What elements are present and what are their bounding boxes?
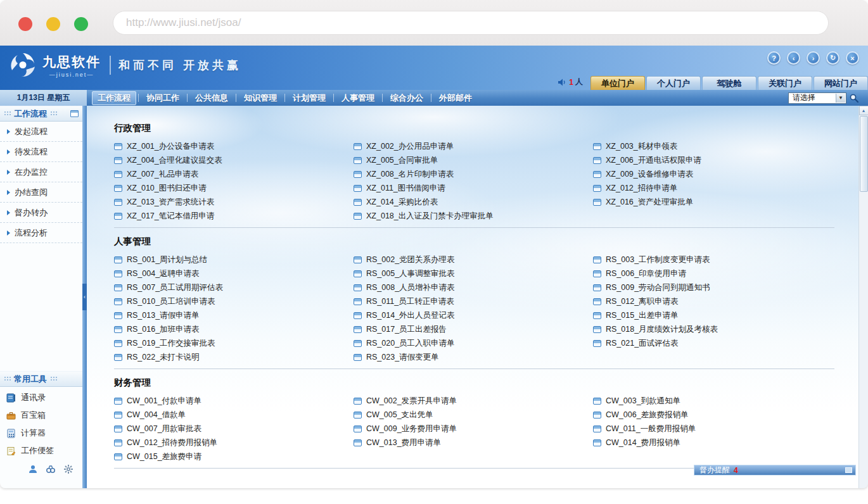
portal-tab[interactable]: 单位门户 [590,76,645,90]
nav-item[interactable]: 综合办公 [385,91,429,105]
nav-item[interactable]: 计划管理 [287,91,331,105]
form-link[interactable]: XZ_016_资产处理审批单 [593,197,847,208]
form-link[interactable]: CW_007_用款审批表 [114,424,354,434]
form-link[interactable]: RS_003_工作制度变更申请表 [593,255,847,265]
form-link[interactable]: XZ_002_办公用品申请单 [354,141,593,152]
sidebar-item[interactable]: 发起流程 [0,122,82,142]
back-icon[interactable]: ‹ [787,51,800,65]
forward-icon[interactable]: › [807,51,820,65]
form-link[interactable]: CW_002_发票开具申请单 [354,396,593,406]
form-link[interactable]: RS_005_人事调整审批表 [354,268,593,279]
form-link[interactable]: RS_021_面试评估表 [593,338,847,349]
document-icon [593,256,601,263]
form-link[interactable]: XZ_010_图书归还申请 [114,183,354,194]
window-minimize-button[interactable] [46,17,60,31]
form-link[interactable]: RS_008_人员增补申请表 [354,282,593,293]
popout-icon[interactable] [70,110,79,117]
form-link[interactable]: CW_013_费用申请单 [354,438,593,448]
url-bar[interactable]: http://www.jiusi.net/jsoa/ [113,11,829,35]
form-link[interactable]: RS_011_员工转正申请表 [354,296,593,307]
form-link[interactable]: RS_007_员工试用期评估表 [114,282,354,293]
form-link[interactable]: CW_015_差旅费申请 [114,451,354,462]
nav-item[interactable]: 人事管理 [336,91,380,105]
window-zoom-button[interactable] [74,17,88,31]
sidebar-item[interactable]: 流程分析 [0,223,82,243]
sidebar-item[interactable]: 办结查阅 [0,182,82,203]
scroll-up-button[interactable] [859,106,868,115]
window-close-button[interactable] [18,17,32,31]
user-icon[interactable] [28,464,38,474]
sidebar-item[interactable]: 督办转办 [0,203,82,223]
nav-item[interactable]: 外部邮件 [433,91,478,105]
form-link-label: XZ_016_资产处理审批单 [606,197,693,208]
form-link[interactable]: CW_014_费用报销单 [593,438,847,448]
form-link[interactable]: XZ_012_招待申请单 [593,183,847,194]
form-link[interactable]: XZ_011_图书借阅申请 [354,183,593,194]
form-link[interactable]: CW_005_支出凭单 [354,410,593,420]
form-link[interactable]: XZ_001_办公设备申请表 [114,141,354,152]
tool-item[interactable]: 通讯录 [0,389,82,406]
form-link[interactable]: XZ_007_礼品申请表 [114,169,354,180]
form-link[interactable]: XZ_009_设备维修申请表 [593,169,847,180]
scroll-thumb[interactable] [860,116,868,192]
form-link[interactable]: RS_019_工作交接审批表 [114,338,354,349]
form-link[interactable]: RS_010_员工培训申请表 [114,296,354,307]
form-link[interactable]: RS_006_印章使用申请 [593,268,847,279]
tool-item[interactable]: 百宝箱 [0,406,82,424]
settings-icon[interactable] [63,464,73,474]
refresh-icon[interactable]: ↻ [826,51,839,65]
form-link[interactable]: RS_023_请假变更单 [354,352,593,363]
portal-tab[interactable]: 网站门户 [814,76,868,90]
form-link[interactable]: XZ_005_合同审批单 [354,155,593,166]
reminder-bar[interactable]: 督办提醒 4 [694,465,856,476]
form-link[interactable]: RS_022_未打卡说明 [114,352,354,363]
form-link[interactable]: CW_001_付款申请单 [114,396,354,406]
form-link[interactable]: RS_001_周计划与总结 [114,255,354,265]
form-link[interactable]: RS_009_劳动合同到期通知书 [593,282,847,293]
form-link[interactable]: RS_013_请假申请单 [114,310,354,321]
search-button[interactable] [849,93,859,103]
form-link[interactable]: XZ_008_名片印制申请表 [354,169,593,180]
form-link[interactable]: CW_006_差旅费报销单 [593,410,847,420]
form-link[interactable]: XZ_003_耗材申领表 [593,141,847,152]
form-grid: CW_001_付款申请单CW_002_发票开具申请单CW_003_到款通知单CW… [114,394,847,463]
form-link[interactable]: CW_011_一般费用报销单 [593,424,847,434]
form-link[interactable]: XZ_004_合理化建议提交表 [114,155,354,166]
nav-item[interactable]: 协同工作 [141,91,185,105]
nav-item[interactable]: 工作流程 [92,91,136,105]
document-icon [593,340,601,347]
form-link[interactable]: RS_012_离职申请表 [593,296,847,307]
help-icon[interactable]: ? [767,51,781,65]
form-link[interactable]: RS_020_员工入职申请单 [354,338,593,349]
form-link[interactable]: XZ_018_出入证及门禁卡办理审批单 [354,211,593,222]
portal-tab[interactable]: 关联门户 [758,76,812,90]
tool-item[interactable]: 计算器 [0,424,82,442]
tool-item[interactable]: 工作便签 [0,442,82,460]
form-link[interactable]: CW_004_借款单 [114,410,354,420]
nav-item[interactable]: 知识管理 [238,91,283,105]
form-link[interactable]: RS_015_出差申请单 [593,310,847,321]
nav-item[interactable]: 公共信息 [189,91,234,105]
form-link[interactable]: RS_018_月度绩效计划及考核表 [593,324,847,335]
form-link[interactable]: RS_017_员工出差报告 [354,324,593,335]
form-link[interactable]: RS_016_加班申请表 [114,324,354,335]
form-link[interactable]: XZ_013_资产需求统计表 [114,197,354,208]
binoculars-icon[interactable] [46,464,56,474]
quick-select[interactable]: 请选择 [788,92,846,104]
form-link[interactable]: RS_014_外出人员登记表 [354,310,593,321]
form-link[interactable]: XZ_017_笔记本借用申请 [114,211,354,222]
sidebar-item[interactable]: 在办监控 [0,162,82,182]
form-link[interactable]: RS_002_党团关系办理表 [354,255,593,265]
form-link[interactable]: XZ_006_开通电话权限申请 [593,155,847,166]
form-link[interactable]: RS_004_返聘申请表 [114,268,354,279]
close-icon[interactable]: × [846,51,859,65]
form-link[interactable]: CW_012_招待费用报销单 [114,438,354,448]
sidebar-item[interactable]: 待发流程 [0,142,82,162]
portal-tab[interactable]: 个人门户 [646,76,701,90]
sidebar-collapse-handle[interactable] [82,106,87,488]
form-link[interactable]: CW_003_到款通知单 [593,396,847,406]
form-link[interactable]: XZ_014_采购比价表 [354,197,593,208]
portal-tab[interactable]: 驾驶舱 [702,76,756,90]
scrollbar[interactable] [858,106,868,488]
form-link[interactable]: CW_009_业务费用申请单 [354,424,593,434]
